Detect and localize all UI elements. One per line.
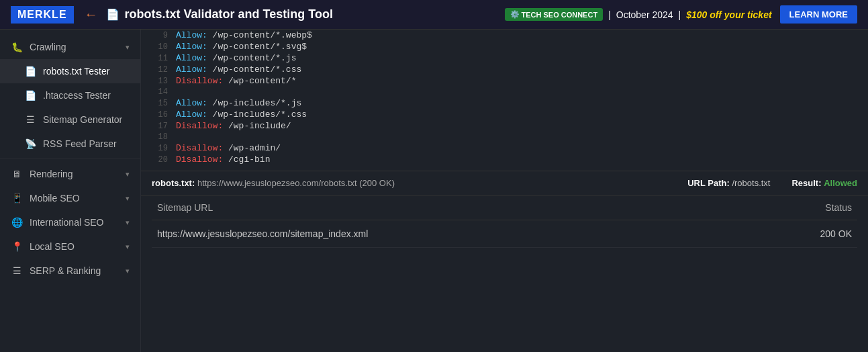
sidebar-label-htaccess: .htaccess Tester bbox=[43, 90, 130, 101]
line-number: 9 bbox=[152, 31, 168, 40]
learn-more-button[interactable]: LEARN MORE bbox=[780, 5, 857, 24]
badge-text: TECH SEO bbox=[522, 11, 559, 19]
line-number: 16 bbox=[152, 110, 168, 120]
rendering-icon: 🖥 bbox=[11, 169, 23, 179]
promo-separator2: | bbox=[679, 9, 681, 20]
line-content: Disallow: /wp-include/ bbox=[176, 121, 291, 131]
tech-seo-badge: ⚙️ TECH SEO CONNECT bbox=[505, 8, 604, 21]
mobile-icon: 📱 bbox=[11, 193, 23, 204]
chevron-crawling: ▾ bbox=[126, 43, 130, 52]
serp-icon: ☰ bbox=[11, 265, 23, 276]
sitemap-status: 200 OK bbox=[744, 220, 857, 248]
chevron-mobile-seo: ▾ bbox=[126, 194, 130, 203]
sidebar-item-international-seo[interactable]: 🌐 International SEO ▾ bbox=[0, 210, 140, 234]
htaccess-icon: 📄 bbox=[24, 90, 36, 101]
document-icon: 📄 bbox=[106, 8, 119, 21]
line-number: 11 bbox=[152, 54, 168, 63]
line-number: 14 bbox=[152, 87, 168, 97]
code-line: 14 bbox=[141, 87, 868, 97]
sidebar-item-robots-tester[interactable]: 📄 robots.txt Tester bbox=[0, 59, 140, 83]
sidebar-divider-1 bbox=[0, 159, 140, 159]
code-line: 9Allow: /wp-content/*.webp$ bbox=[141, 30, 868, 41]
chevron-serp: ▾ bbox=[126, 267, 130, 275]
result-label: Result: bbox=[791, 178, 821, 188]
promo-discount: $100 off your ticket bbox=[686, 9, 771, 20]
sidebar-item-mobile-seo[interactable]: 📱 Mobile SEO ▾ bbox=[0, 186, 140, 210]
code-line: 20Disallow: /cgi-bin bbox=[141, 154, 868, 165]
url-path-label: URL Path: bbox=[687, 178, 730, 188]
robots-tester-icon: 📄 bbox=[24, 66, 36, 77]
main-layout: 🐛 Crawling ▾ 📄 robots.txt Tester 📄 .htac… bbox=[0, 30, 868, 352]
col-url-header: Sitemap URL bbox=[152, 195, 744, 220]
url-path-value: /robots.txt bbox=[732, 178, 770, 188]
line-content: Allow: /wp-content/*.webp$ bbox=[176, 30, 312, 40]
col-status-header: Status bbox=[744, 195, 857, 220]
status-bar: robots.txt: https://www.jesuslopezseo.co… bbox=[141, 171, 868, 195]
code-line: 19Disallow: /wp-admin/ bbox=[141, 142, 868, 154]
crawling-icon: 🐛 bbox=[11, 42, 23, 52]
line-number: 10 bbox=[152, 42, 168, 52]
sidebar-label-serp: SERP & Ranking bbox=[30, 265, 119, 276]
local-icon: 📍 bbox=[11, 241, 23, 252]
code-block: 9Allow: /wp-content/*.webp$10Allow: /wp-… bbox=[141, 30, 868, 171]
banner-promo: ⚙️ TECH SEO CONNECT | October 2024 | $10… bbox=[505, 8, 772, 21]
line-content: Allow: /wp-includes/*.css bbox=[176, 109, 307, 120]
sidebar-label-crawling: Crawling bbox=[30, 42, 119, 52]
sidebar-label-international-seo: International SEO bbox=[30, 217, 119, 228]
sidebar: 🐛 Crawling ▾ 📄 robots.txt Tester 📄 .htac… bbox=[0, 30, 141, 352]
sitemap-url: https://www.jesuslopezseo.com/sitemap_in… bbox=[152, 220, 744, 248]
line-content: Allow: /wp-content/*.svg$ bbox=[176, 42, 307, 52]
code-line: 12Allow: /wp-content/*.css bbox=[141, 64, 868, 75]
back-arrow[interactable]: ← bbox=[85, 7, 98, 22]
sidebar-label-sitemap: Sitemap Generator bbox=[43, 114, 130, 125]
sidebar-label-rss: RSS Feed Parser bbox=[43, 138, 130, 149]
code-line: 10Allow: /wp-content/*.svg$ bbox=[141, 41, 868, 52]
line-content: Allow: /wp-includes/*.js bbox=[176, 98, 301, 108]
code-line: 15Allow: /wp-includes/*.js bbox=[141, 97, 868, 109]
page-title-area: 📄 robots.txt Validator and Testing Tool bbox=[106, 7, 497, 21]
sidebar-label-rendering: Rendering bbox=[30, 169, 119, 179]
content-area: 9Allow: /wp-content/*.webp$10Allow: /wp-… bbox=[141, 30, 868, 352]
code-line: 16Allow: /wp-includes/*.css bbox=[141, 109, 868, 120]
sidebar-item-htaccess-tester[interactable]: 📄 .htaccess Tester bbox=[0, 83, 140, 107]
line-number: 18 bbox=[152, 132, 168, 142]
international-icon: 🌐 bbox=[11, 217, 23, 228]
promo-separator: | bbox=[608, 9, 611, 20]
line-content: Disallow: /wp-content/* bbox=[176, 76, 296, 86]
code-line: 18 bbox=[141, 132, 868, 142]
chevron-rendering: ▾ bbox=[126, 170, 130, 179]
page-title: robots.txt Validator and Testing Tool bbox=[125, 7, 333, 21]
code-line: 11Allow: /wp-content/*.js bbox=[141, 52, 868, 64]
line-number: 15 bbox=[152, 99, 168, 108]
line-content: Disallow: /cgi-bin bbox=[176, 155, 270, 165]
sidebar-item-rendering[interactable]: 🖥 Rendering ▾ bbox=[0, 162, 140, 186]
sidebar-label-mobile-seo: Mobile SEO bbox=[30, 193, 119, 204]
line-content: Allow: /wp-content/*.css bbox=[176, 64, 301, 75]
sidebar-item-serp-ranking[interactable]: ☰ SERP & Ranking ▾ bbox=[0, 259, 140, 283]
sidebar-label-local-seo: Local SEO bbox=[30, 241, 119, 252]
sidebar-item-rss-feed[interactable]: 📡 RSS Feed Parser bbox=[0, 132, 140, 156]
status-robots: robots.txt: https://www.jesuslopezseo.co… bbox=[152, 178, 687, 188]
code-line: 13Disallow: /wp-content/* bbox=[141, 75, 868, 87]
badge-icon: ⚙️ bbox=[510, 10, 520, 19]
table-row: https://www.jesuslopezseo.com/sitemap_in… bbox=[152, 220, 857, 248]
line-number: 20 bbox=[152, 155, 168, 165]
robots-value: https://www.jesuslopezseo.com/robots.txt… bbox=[197, 178, 395, 188]
logo: MERKLE bbox=[11, 6, 74, 24]
sidebar-label-robots-tester: robots.txt Tester bbox=[43, 66, 130, 77]
line-number: 19 bbox=[152, 144, 168, 153]
badge-subtext: CONNECT bbox=[561, 11, 597, 19]
top-banner: MERKLE ← 📄 robots.txt Validator and Test… bbox=[0, 0, 868, 30]
chevron-international-seo: ▾ bbox=[126, 218, 130, 227]
promo-date: October 2024 bbox=[616, 9, 673, 20]
status-url-path: URL Path: /robots.txt bbox=[687, 178, 770, 188]
line-number: 13 bbox=[152, 77, 168, 86]
sidebar-item-local-seo[interactable]: 📍 Local SEO ▾ bbox=[0, 234, 140, 259]
sidebar-item-crawling[interactable]: 🐛 Crawling ▾ bbox=[0, 35, 140, 59]
line-number: 17 bbox=[152, 122, 168, 131]
sitemap-table: Sitemap URL Status https://www.jesuslope… bbox=[152, 195, 857, 248]
line-number: 12 bbox=[152, 65, 168, 75]
sitemap-section: Sitemap URL Status https://www.jesuslope… bbox=[141, 195, 868, 259]
sidebar-item-sitemap-generator[interactable]: ☰ Sitemap Generator bbox=[0, 107, 140, 132]
result-value: Allowed bbox=[824, 178, 857, 188]
